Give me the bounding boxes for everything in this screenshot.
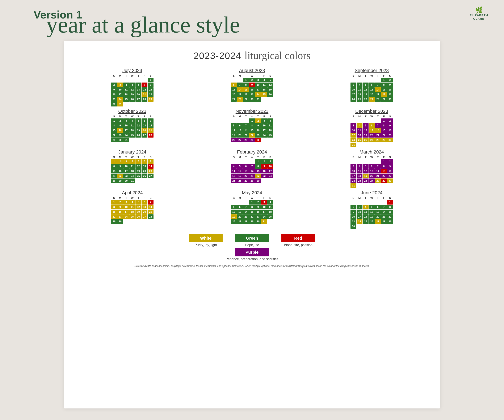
cal-body-april-2024: 1234567 891011121314 15161718192021 2223… <box>111 200 154 224</box>
cal-body-august-2023: 12345 6789101112 13141516171819 20212223… <box>231 78 273 102</box>
logo-text: ELIZABETH CLARE <box>466 14 492 20</box>
cal-body-june-2024: 1 2345678 9101112131415 16171819202122 2… <box>350 200 393 229</box>
cal-header: SMTWTFS <box>350 115 393 118</box>
calendars-grid: July 2023 SMTWTFS 1 2345678 910111213141… <box>75 68 429 229</box>
month-december-2023-title: December 2023 <box>355 108 388 114</box>
month-june-2024-title: June 2024 <box>361 190 383 196</box>
month-september-2023: September 2023 SMTWTFS 12 3456789 101112… <box>314 68 429 107</box>
month-october-2023: October 2023 SMTWTFS 1234567 89101112131… <box>75 108 190 147</box>
month-january-2024: January 2024 SMTWTFS 1234567 89101112131… <box>75 149 190 188</box>
cal-header: SMTWTFS <box>231 156 273 159</box>
cal-header: SMTWTFS <box>350 156 393 159</box>
legend-green: Green Hope, life <box>235 234 269 247</box>
month-november-2023: November 2023 SMTWTFS 1234 567891011 121… <box>194 108 310 147</box>
month-march-2024-title: March 2024 <box>360 149 384 155</box>
cal-body-january-2024: 1234567 891011121314 15161718192020 2122… <box>111 159 154 183</box>
month-june-2024: June 2024 SMTWTFS 1 2345678 910111213141… <box>314 190 429 229</box>
cal-body-november-2023: 1234 567891011 12131415161718 1920212223… <box>231 119 273 142</box>
month-december-2023: December 2023 SMTWTFS 12 3456789 1011121… <box>314 108 429 147</box>
cal-body-october-2023: 1234567 891011121314 15161718192021 2223… <box>111 119 154 142</box>
legend-purple-row: Purple Penance, preparation, and sacrifi… <box>75 248 429 261</box>
cal-header: SMTWTFS <box>350 196 393 199</box>
title-script: liturgical colors <box>244 49 310 61</box>
cal-header: SMTWTFS <box>350 74 393 77</box>
month-may-2024-title: May 2024 <box>242 190 262 196</box>
legend-purple-box: Purple <box>235 248 269 256</box>
cal-body-december-2023: 12 3456789 10111213141516 17181920212223… <box>350 119 393 147</box>
page: { "header": { "version": "Version 1", "s… <box>0 0 504 420</box>
month-july-2023: July 2023 SMTWTFS 1 2345678 910111213141… <box>75 68 190 107</box>
card-title: 2023-2024 liturgical colors <box>75 49 429 61</box>
month-may-2024: May 2024 SMTWTFS 1234 567891011 12131415… <box>194 190 310 229</box>
cal-body-july-2023: 1 2345678 9101112131415 16171819202122 2… <box>111 78 154 107</box>
cal-body-september-2023: 12 3456789 10111213141516 17181920212223… <box>350 78 393 102</box>
legend-red-desc: Blood, fire, passion <box>284 243 312 247</box>
month-april-2024: April 2024 SMTWTFS 1234567 891011121314 … <box>75 190 190 229</box>
footnote: Colors indicate seasonal colors, holyday… <box>75 264 429 268</box>
month-february-2024: February 2024 SMTWTFS 123 45678910 11121… <box>194 149 310 188</box>
legend-red-box: Red <box>281 234 315 242</box>
cal-header: SMTWTFS <box>111 115 154 118</box>
logo: 🌿 ELIZABETH CLARE <box>466 6 492 23</box>
legend-white-box: White <box>189 234 223 242</box>
month-august-2023: August 2023 SMTWTFS 12345 6789101112 131… <box>194 68 310 107</box>
cal-header: SMTWTFS <box>111 156 154 159</box>
month-april-2024-title: April 2024 <box>122 190 143 196</box>
month-september-2023-title: September 2023 <box>355 68 389 73</box>
legend: White Purity, joy, light Green Hope, lif… <box>75 234 429 247</box>
cal-header: SMTWTFS <box>231 74 273 77</box>
script-title: year at a glance style <box>46 12 240 38</box>
cal-body-february-2024: 123 45678910 11121314151617 181920212223… <box>231 159 273 183</box>
cal-body-may-2024: 1234 567891011 12131415161718 1920212223… <box>231 200 273 224</box>
title-year: 2023-2024 <box>193 51 241 61</box>
legend-white: White Purity, joy, light <box>189 234 223 247</box>
legend-green-box: Green <box>235 234 269 242</box>
month-february-2024-title: February 2024 <box>237 149 267 155</box>
main-card: 2023-2024 liturgical colors July 2023 SM… <box>64 41 440 408</box>
legend-green-desc: Hope, life <box>245 243 259 247</box>
month-october-2023-title: October 2023 <box>118 108 146 114</box>
month-november-2023-title: November 2023 <box>236 108 269 114</box>
month-march-2024: March 2024 SMTWTFS 12 3456789 1011121314… <box>314 149 429 188</box>
legend-purple-desc: Penance, preparation, and sacrifice <box>226 257 278 261</box>
cal-body-march-2024: 12 3456789 10111213141516 17181920212223… <box>350 159 393 188</box>
cal-header: SMTWTFS <box>111 196 154 199</box>
legend-white-desc: Purity, joy, light <box>195 243 217 247</box>
month-july-2023-title: July 2023 <box>122 68 142 73</box>
logo-icon: 🌿 <box>475 6 483 14</box>
month-august-2023-title: August 2023 <box>239 68 265 73</box>
cal-header: SMTWTFS <box>111 74 154 77</box>
cal-header: SMTWTFS <box>231 196 273 199</box>
legend-red: Red Blood, fire, passion <box>281 234 315 247</box>
cal-header: SMTWTFS <box>231 115 273 118</box>
month-january-2024-title: January 2024 <box>118 149 146 155</box>
